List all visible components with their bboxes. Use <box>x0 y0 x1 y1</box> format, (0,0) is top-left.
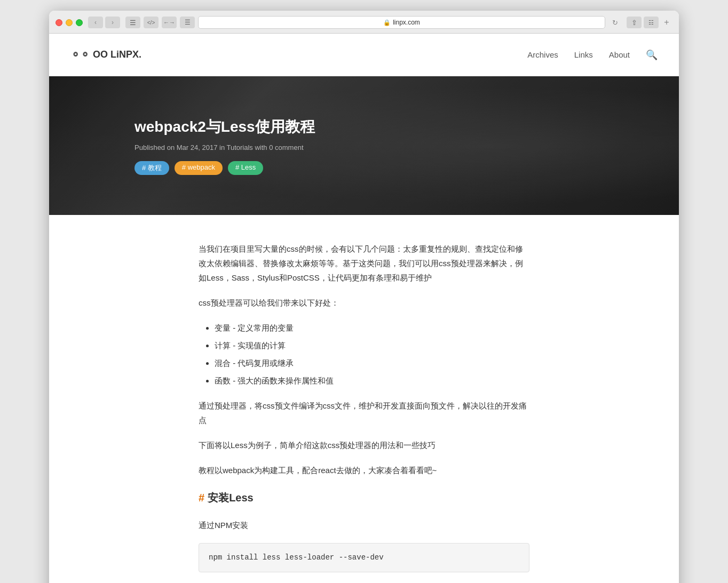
forward-button[interactable]: › <box>105 17 120 28</box>
section-heading-text: 安装Less <box>208 488 254 507</box>
list-item: 函数 - 强大的函数来操作属性和值 <box>215 373 529 388</box>
article-body-p2: 下面将以Less为例子，简单介绍这款css预处理器的用法和一些技巧 <box>199 438 529 452</box>
nav-link-links[interactable]: Links <box>574 50 593 59</box>
article-intro-p1: 当我们在项目里写大量的css的时候，会有以下几个问题：太多重复性的规则、查找定位… <box>199 242 529 285</box>
minimize-button[interactable] <box>66 19 73 26</box>
post-title: webpack2与Less使用教程 <box>134 117 315 137</box>
install-intro: 通过NPM安装 <box>199 518 529 532</box>
site-nav: ⚬⚬ OO LiNPX. Archives Links About 🔍 <box>49 34 679 76</box>
post-tags: # 教程 # webpack # Less <box>134 161 315 175</box>
back-button[interactable]: ‹ <box>88 17 103 28</box>
browser-chrome: ‹ › ☰ </> ←→ ☰ 🔒 linpx.com ↻ <box>49 11 679 34</box>
inspector-button[interactable]: ←→ <box>162 17 177 28</box>
new-tab-tile-button[interactable]: ☷ <box>644 17 659 28</box>
list-item: 变量 - 定义常用的变量 <box>215 321 529 335</box>
browser-window: ‹ › ☰ </> ←→ ☰ 🔒 linpx.com ↻ <box>49 11 679 583</box>
console-button[interactable]: ☰ <box>180 17 195 28</box>
search-icon[interactable]: 🔍 <box>646 49 658 61</box>
article-intro-p2: css预处理器可以给我们带来以下好处： <box>199 296 529 310</box>
section-heading-install: # 安装Less <box>199 488 529 507</box>
reader-view-button[interactable]: ☰ <box>125 17 140 28</box>
browser-toolbar: ☰ </> ←→ ☰ 🔒 linpx.com ↻ <box>125 16 621 29</box>
close-button[interactable] <box>56 19 62 26</box>
article-list: 变量 - 定义常用的变量 计算 - 实现值的计算 混合 - 代码复用或继承 函数… <box>215 321 529 388</box>
add-tab-button[interactable]: + <box>661 17 672 28</box>
share-button[interactable]: ⇧ <box>627 17 642 28</box>
tag-webpack[interactable]: # webpack <box>175 161 223 175</box>
npm-install-box: npm install less less-loader --save-dev <box>199 543 529 572</box>
logo-icon: ⚬⚬ <box>70 48 90 62</box>
logo-text: OO LiNPX. <box>93 49 141 60</box>
tag-less[interactable]: # Less <box>228 161 263 175</box>
browser-nav: ‹ › <box>88 17 120 28</box>
list-item: 计算 - 实现值的计算 <box>215 338 529 353</box>
website: ⚬⚬ OO LiNPX. Archives Links About 🔍 webp… <box>49 34 679 583</box>
list-item: 混合 - 代码复用或继承 <box>215 356 529 370</box>
nav-link-about[interactable]: About <box>609 50 630 59</box>
lock-icon: 🔒 <box>383 19 391 26</box>
hero-content: webpack2与Less使用教程 Published on Mar 24, 2… <box>49 117 400 175</box>
nav-links: Archives Links About 🔍 <box>527 49 658 61</box>
npm-install-command: npm install less less-loader --save-dev <box>209 553 384 562</box>
maximize-button[interactable] <box>76 19 83 26</box>
post-meta: Published on Mar 24, 2017 in Tutorials w… <box>134 143 315 151</box>
reload-button[interactable]: ↻ <box>608 16 621 29</box>
browser-actions: ⇧ ☷ + <box>627 17 672 28</box>
page-wrapper: ‹ › ☰ </> ←→ ☰ 🔒 linpx.com ↻ <box>0 0 728 583</box>
hero-section: webpack2与Less使用教程 Published on Mar 24, 2… <box>49 76 679 215</box>
nav-link-archives[interactable]: Archives <box>527 50 558 59</box>
traffic-lights <box>56 19 83 26</box>
article-body-p1: 通过预处理器，将css预文件编译为css文件，维护和开发直接面向预文件，解决以往… <box>199 398 529 427</box>
tag-tutorials[interactable]: # 教程 <box>134 161 169 175</box>
browser-titlebar: ‹ › ☰ </> ←→ ☰ 🔒 linpx.com ↻ <box>56 16 672 33</box>
article-content: 当我们在项目里写大量的css的时候，会有以下几个问题：太多重复性的规则、查找定位… <box>177 215 551 583</box>
address-bar[interactable]: 🔒 linpx.com <box>198 16 605 29</box>
url-display: linpx.com <box>393 19 420 26</box>
article-body-p3: 教程以webpack为构建工具，配合react去做的，大家凑合着看看吧~ <box>199 463 529 477</box>
devtools-button[interactable]: </> <box>144 17 159 28</box>
section-hash: # <box>199 488 204 507</box>
site-logo[interactable]: ⚬⚬ OO LiNPX. <box>70 48 141 62</box>
